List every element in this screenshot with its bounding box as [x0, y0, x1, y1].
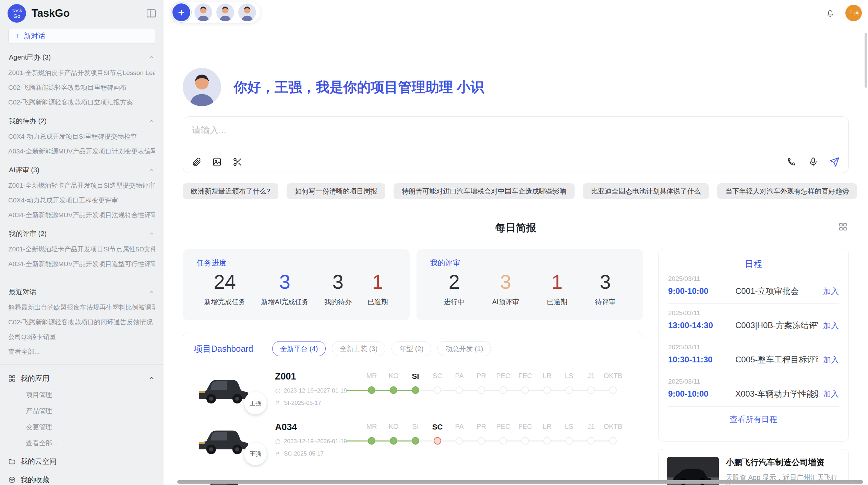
clock-icon [275, 439, 281, 445]
milestone-label: OKTB [602, 423, 624, 432]
stat-overdue: 1已逾期 [367, 270, 388, 307]
app-item-product-mgmt[interactable]: 产品管理 [8, 407, 155, 415]
sidebar-item[interactable]: C0X4-动力总成开发项目工程变更评审 [8, 197, 155, 204]
schedule-date: 2025/03/11 [668, 378, 839, 385]
greeting-row: 你好，王强，我是你的项目管理助理 小识 [183, 68, 849, 106]
section-my-review[interactable]: 我的评审 (2) [9, 229, 155, 238]
recent-chat-item[interactable]: 解释最新出台的欧盟报废车法规再生塑料比例被调至15%... [8, 304, 155, 311]
milestone-dot [565, 437, 573, 445]
tab-new-body[interactable]: 全新上装 (3) [332, 341, 385, 356]
agent-avatar[interactable] [194, 3, 212, 21]
join-link[interactable]: 加入 [823, 286, 839, 297]
milestone-label: OKTB [602, 372, 624, 381]
sidebar-item[interactable]: Z001-全新燃油轻卡产品开发项目SI节点属性5D文件评审 [8, 246, 155, 253]
agent-avatar[interactable] [238, 3, 256, 21]
schedule-item: 2025/03/11 13:00-14:30 C003|H0B-方案冻结评审 加… [668, 304, 839, 338]
composer-left-tools [191, 157, 243, 167]
sidebar-item-cloud-space[interactable]: 我的云空间 [8, 457, 155, 466]
project-row-z001[interactable]: 王强 Z001 2023-12-19~2027-01-19 SI-2025-05… [194, 371, 632, 407]
news-card[interactable]: 小鹏飞行汽车制造公司增资 天眼查 App 显示，近日广州汇天飞行汽... [658, 449, 849, 485]
tab-new-platform[interactable]: 全新平台 (4) [272, 341, 326, 356]
new-chat-button[interactable]: + 新对话 [8, 28, 155, 44]
clock-icon [275, 388, 281, 394]
app-item-view-all[interactable]: 查看全部... [8, 439, 155, 448]
sidebar-item[interactable]: Z001-全新燃油皮卡产品开发项目SI节点Lesson Learn报告 [8, 69, 155, 77]
sidebar-item-favorites[interactable]: 我的收藏 [8, 475, 155, 485]
join-link[interactable]: 加入 [823, 355, 839, 365]
milestone-label: SI [405, 423, 426, 432]
chevron-up-icon [148, 54, 155, 61]
message-input[interactable] [192, 125, 840, 136]
scissors-icon[interactable] [232, 157, 243, 167]
sidebar-item[interactable]: A034-全新新能源MUV产品开发项目造型可行性评审 [8, 260, 155, 268]
star-circle-icon [8, 476, 16, 484]
my-apps-label: 我的应用 [21, 374, 49, 383]
section-ai-review[interactable]: AI评审 (3) [9, 165, 155, 175]
milestone-label: MR [361, 423, 383, 432]
agent-avatar[interactable] [216, 3, 234, 21]
schedule-date: 2025/03/11 [668, 309, 839, 317]
schedule-name: C003|H0B-方案冻结评审 [735, 320, 818, 331]
suggestion-chip[interactable]: 特朗普可能对进口汽车增税会对中国车企造成哪些影响 [394, 183, 575, 199]
recent-chat-item[interactable]: C02-飞腾新能源轻客改款项目的闭环通告反馈情况 [8, 319, 155, 326]
join-link[interactable]: 加入 [823, 320, 839, 331]
tab-year-model[interactable]: 年型 (2) [391, 341, 431, 356]
microphone-icon[interactable] [808, 157, 818, 167]
suggestion-chip[interactable]: 欧洲新规最近颁布了什么? [183, 183, 278, 199]
suggestion-chip[interactable]: 当下年轻人对汽车外观有怎样的喜好趋势 [717, 183, 857, 199]
add-agent-button[interactable]: + [172, 3, 190, 21]
schedule-name: C001-立项审批会 [735, 286, 818, 297]
suggestion-chip[interactable]: 比亚迪全固态电池计划具体说了什么 [583, 183, 709, 199]
attachment-icon[interactable] [191, 157, 202, 167]
vertical-scrollbar[interactable] [865, 33, 867, 88]
sidebar-nav: Agent已办 (3) Z001-全新燃油皮卡产品开发项目SI节点Lesson … [0, 45, 164, 485]
suggestion-chip[interactable]: 如何写一份清晰的项目周报 [287, 183, 385, 199]
sidebar-item[interactable]: Z001-全新燃油轻卡产品开发项目SI造型提交物评审 [8, 182, 155, 189]
milestone-dot-done [368, 386, 375, 394]
phone-icon[interactable] [787, 157, 797, 167]
milestone-dot [478, 437, 485, 445]
divider [0, 277, 164, 277]
cloud-folder-icon [8, 458, 16, 465]
sidebar-item[interactable]: A034-全新新能源MUV产品开发项目法规符合性评审 [8, 211, 155, 219]
milestone-dot [478, 386, 485, 394]
project-row-a034[interactable]: 王强 A034 2023-12-19~2026-01-19 SC-2025-05… [194, 422, 632, 458]
sidebar-item[interactable]: C02-飞腾新能源轻客改款项目里程碑画布 [8, 84, 155, 91]
view-all-schedule-link[interactable]: 查看所有日程 [668, 414, 839, 425]
milestone-label: KO [383, 423, 405, 432]
tab-powertrain[interactable]: 动总开发 (1) [437, 341, 491, 356]
app-item-project-mgmt[interactable]: 项目管理 [8, 390, 155, 399]
section-agent-done[interactable]: Agent已办 (3) [9, 53, 155, 62]
recent-chat-item[interactable]: 公司Q3轻卡销量 [8, 333, 155, 341]
send-icon[interactable] [829, 157, 840, 167]
milestone-label: KO [383, 372, 405, 381]
milestone-dot [543, 386, 551, 394]
sidebar-collapse-icon[interactable] [146, 8, 157, 19]
sidebar-item[interactable]: C0X4-动力总成开发项目SI里程碑提交物检查 [8, 133, 155, 140]
grid-icon [8, 375, 16, 382]
horizontal-scrollbar[interactable] [177, 480, 863, 484]
section-my-todo[interactable]: 我的待办 (2) [9, 116, 155, 126]
section-label: Agent已办 (3) [9, 53, 51, 62]
image-icon[interactable] [212, 157, 222, 167]
owner-badge: 王强 [244, 443, 267, 465]
assistant-avatar [183, 68, 221, 106]
layout-grid-icon[interactable] [839, 222, 847, 231]
schedule-time: 9:00-10:00 [668, 286, 729, 296]
milestone-dot [499, 386, 507, 394]
milestone-label: LR [536, 372, 558, 381]
section-recent-chats[interactable]: 最近对话 [9, 287, 155, 297]
sidebar-item-my-apps[interactable]: 我的应用 [8, 374, 155, 383]
greeting-text: 你好，王强，我是你的项目管理助理 小识 [233, 78, 484, 97]
user-avatar[interactable]: 王强 [845, 5, 862, 21]
notification-bell-icon[interactable] [825, 8, 835, 18]
recent-chat-view-all[interactable]: 查看全部... [8, 348, 155, 356]
app-item-change-mgmt[interactable]: 变更管理 [8, 423, 155, 432]
sidebar-item[interactable]: A034-全新新能源MUV产品开发项目计划变更表编写 [8, 148, 155, 155]
milestone-label: SC [426, 372, 448, 381]
milestone-chain: MR KO SI SC PA PR PEC FEC LR LS J1 OKTB [361, 422, 632, 445]
sidebar-item[interactable]: C02-飞腾新能源轻客改款项目立项汇报方案 [8, 99, 155, 106]
chevron-up-icon [148, 231, 155, 237]
cloud-space-label: 我的云空间 [21, 457, 57, 466]
join-link[interactable]: 加入 [823, 389, 839, 399]
